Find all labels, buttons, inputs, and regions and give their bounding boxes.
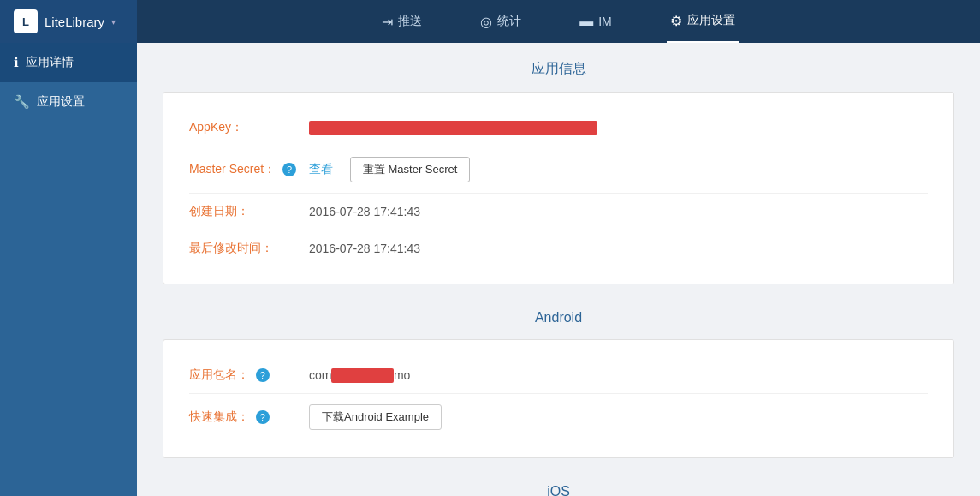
- nav-item-app-settings[interactable]: ⚙ 应用设置: [667, 0, 739, 43]
- nav-items: ⇥ 推送 ◎ 统计 ▬ IM ⚙ 应用设置: [137, 0, 980, 43]
- brand-dropdown-icon[interactable]: ▾: [111, 17, 116, 27]
- android-section: Android 应用包名： ? com███████mo 快速集成：: [163, 310, 954, 458]
- sidebar-app-settings-label: 应用设置: [37, 94, 85, 110]
- nav-stats-label: 统计: [497, 14, 521, 29]
- brand[interactable]: L LiteLibrary ▾: [0, 0, 137, 43]
- created-row: 创建日期： 2016-07-28 17:41:43: [189, 194, 928, 230]
- stats-icon: ◎: [480, 14, 492, 30]
- push-icon: ⇥: [382, 14, 393, 30]
- app-info-title: 应用信息: [163, 60, 954, 78]
- reset-master-secret-button[interactable]: 重置 Master Secret: [350, 157, 471, 182]
- appkey-redacted: █████████████████████████████: [309, 121, 597, 135]
- nav-item-stats[interactable]: ◎ 统计: [477, 0, 525, 43]
- quick-integ-label: 快速集成： ?: [189, 409, 309, 425]
- nav-push-label: 推送: [398, 14, 422, 29]
- sidebar: ℹ 应用详情 🔧 应用设置: [0, 43, 137, 496]
- created-value: 2016-07-28 17:41:43: [309, 205, 928, 218]
- modified-value: 2016-07-28 17:41:43: [309, 242, 928, 255]
- quick-integ-value: 下载Android Example: [309, 404, 928, 430]
- package-label: 应用包名： ?: [189, 368, 309, 383]
- package-help-icon[interactable]: ?: [256, 368, 270, 382]
- master-secret-value: 查看 重置 Master Secret: [309, 157, 928, 182]
- modified-row: 最后修改时间： 2016-07-28 17:41:43: [189, 230, 928, 266]
- app-info-card: AppKey： █████████████████████████████ Ma…: [163, 92, 954, 284]
- ios-title: iOS: [163, 484, 954, 496]
- settings-gear-icon: ⚙: [670, 13, 682, 29]
- sidebar-app-detail-label: 应用详情: [26, 55, 74, 70]
- package-suffix: mo: [394, 368, 410, 382]
- master-secret-view-link[interactable]: 查看: [309, 162, 333, 176]
- sidebar-item-app-detail[interactable]: ℹ 应用详情: [0, 43, 137, 82]
- package-value: com███████mo: [309, 368, 928, 383]
- android-card: 应用包名： ? com███████mo 快速集成： ? 下载Android E…: [163, 339, 954, 458]
- appkey-value: █████████████████████████████: [309, 121, 928, 134]
- top-nav: L LiteLibrary ▾ ⇥ 推送 ◎ 统计 ▬ IM ⚙ 应用设置: [0, 0, 980, 43]
- created-label: 创建日期：: [189, 204, 309, 219]
- im-icon: ▬: [579, 14, 593, 29]
- nav-item-push[interactable]: ⇥ 推送: [378, 0, 425, 43]
- nav-settings-label: 应用设置: [687, 13, 735, 28]
- brand-icon: L: [14, 9, 38, 33]
- download-android-example-button[interactable]: 下载Android Example: [309, 404, 442, 430]
- info-icon: ℹ: [14, 55, 19, 70]
- master-secret-help-icon[interactable]: ?: [282, 163, 296, 176]
- package-prefix: com: [309, 368, 331, 382]
- modified-label: 最后修改时间：: [189, 241, 309, 256]
- package-row: 应用包名： ? com███████mo: [189, 357, 928, 394]
- android-title: Android: [163, 310, 954, 326]
- appkey-row: AppKey： █████████████████████████████: [189, 110, 928, 146]
- appkey-label: AppKey：: [189, 120, 309, 135]
- package-redacted: ███████: [331, 368, 393, 383]
- quick-integ-row: 快速集成： ? 下载Android Example: [189, 394, 928, 440]
- nav-item-im[interactable]: ▬ IM: [576, 0, 615, 43]
- master-secret-label: Master Secret： ?: [189, 162, 309, 177]
- layout: ℹ 应用详情 🔧 应用设置 应用信息 AppKey： █████████████…: [0, 43, 980, 496]
- ios-section: iOS: [163, 484, 954, 496]
- main-content: 应用信息 AppKey： ███████████████████████████…: [137, 43, 980, 496]
- nav-im-label: IM: [598, 15, 612, 28]
- wrench-icon: 🔧: [14, 94, 30, 110]
- master-secret-row: Master Secret： ? 查看 重置 Master Secret: [189, 146, 928, 194]
- quick-integ-help-icon[interactable]: ?: [256, 410, 270, 424]
- sidebar-item-app-settings[interactable]: 🔧 应用设置: [0, 82, 137, 122]
- app-info-section: 应用信息 AppKey： ███████████████████████████…: [163, 60, 954, 284]
- brand-name: LiteLibrary: [45, 15, 104, 29]
